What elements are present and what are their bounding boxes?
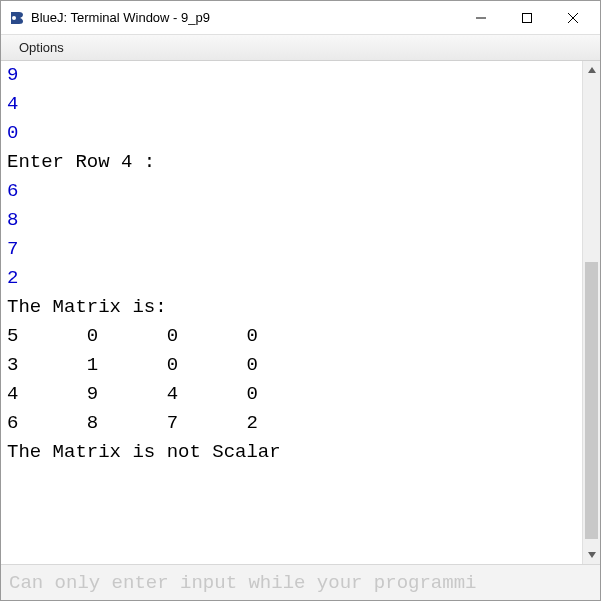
terminal-input-line: 8	[7, 206, 576, 235]
menu-options[interactable]: Options	[11, 37, 72, 58]
svg-point-0	[12, 16, 16, 20]
scroll-up-icon[interactable]	[583, 61, 600, 79]
terminal-input-line: 6	[7, 177, 576, 206]
terminal-output-line: 3 1 0 0	[7, 351, 576, 380]
menubar: Options	[1, 35, 600, 61]
scroll-down-icon[interactable]	[583, 546, 600, 564]
terminal-input-line: 2	[7, 264, 576, 293]
vertical-scrollbar[interactable]	[582, 61, 600, 564]
status-message: Can only enter input while your programm…	[9, 572, 476, 594]
terminal-output-line: The Matrix is:	[7, 293, 576, 322]
terminal-output-line: The Matrix is not Scalar	[7, 438, 576, 467]
terminal-input-line: 0	[7, 119, 576, 148]
statusbar: Can only enter input while your programm…	[1, 564, 600, 600]
terminal-output-line: 6 8 7 2	[7, 409, 576, 438]
terminal-container: 940Enter Row 4 :6872The Matrix is:5 0 0 …	[1, 61, 600, 564]
terminal-output-line: Enter Row 4 :	[7, 148, 576, 177]
terminal-output[interactable]: 940Enter Row 4 :6872The Matrix is:5 0 0 …	[1, 61, 582, 564]
terminal-input-line: 4	[7, 90, 576, 119]
bluej-icon	[9, 10, 25, 26]
terminal-output-line: 5 0 0 0	[7, 322, 576, 351]
minimize-button[interactable]	[458, 3, 504, 33]
maximize-button[interactable]	[504, 3, 550, 33]
close-button[interactable]	[550, 3, 596, 33]
window-controls	[458, 3, 596, 33]
terminal-input-line: 9	[7, 61, 576, 90]
svg-rect-2	[523, 13, 532, 22]
titlebar: BlueJ: Terminal Window - 9_p9	[1, 1, 600, 35]
scrollbar-thumb[interactable]	[585, 262, 598, 539]
window-title: BlueJ: Terminal Window - 9_p9	[31, 10, 458, 25]
terminal-input-line: 7	[7, 235, 576, 264]
terminal-output-line: 4 9 4 0	[7, 380, 576, 409]
